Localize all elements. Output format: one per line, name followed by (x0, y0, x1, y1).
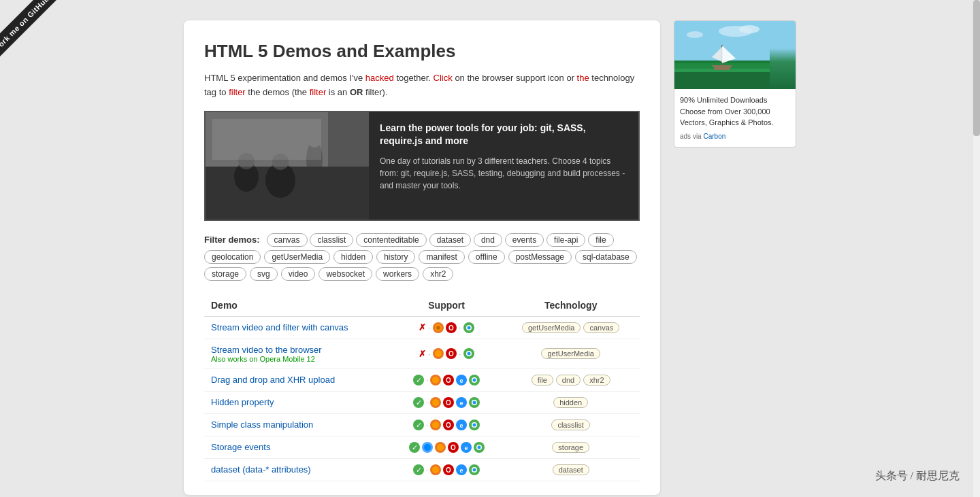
tech-tag-classlist[interactable]: classlist (551, 419, 590, 430)
demo-link-storage-events[interactable]: Storage events (211, 442, 270, 452)
demo-link-drag-drop[interactable]: Drag and drop and XHR upload (211, 375, 335, 385)
dot-icon: · (428, 349, 431, 359)
check-icon: ✓ (413, 464, 424, 475)
svg-point-84 (739, 25, 760, 33)
filter-tag-getusermedia[interactable]: getUserMedia (264, 250, 330, 264)
filter-tag-dataset[interactable]: dataset (429, 233, 471, 247)
tech-tag-hidden[interactable]: hidden (553, 397, 588, 408)
filter-tag-canvas[interactable]: canvas (267, 233, 308, 247)
ie-icon: e (456, 375, 467, 385)
filter-tag-file[interactable]: file (588, 233, 613, 247)
ad-image (206, 112, 369, 220)
filter-tag-svg[interactable]: svg (250, 267, 278, 281)
ad-banner[interactable]: Learn the power tools for your job: git,… (204, 111, 640, 221)
filter-tag-geolocation[interactable]: geolocation (204, 250, 261, 264)
ad-body: One day of tutorials run by 3 different … (380, 155, 627, 192)
tech-tag-getusermedia[interactable]: getUserMedia (522, 322, 581, 333)
chrome-icon (474, 442, 485, 453)
firefox-icon (430, 419, 441, 430)
chrome-icon (469, 464, 480, 475)
sidebar-ad-text: 90% Unlimited Downloads Choose from Over… (674, 89, 796, 147)
sidebar-ad-image (674, 21, 796, 89)
tech-tag-getusermedia[interactable]: getUserMedia (541, 348, 600, 359)
tech-tag-file[interactable]: file (532, 375, 553, 385)
demo-sub-text: Also works on Opera Mobile 12 (211, 355, 385, 363)
filter-tag-xhr2[interactable]: xhr2 (423, 267, 453, 281)
svg-point-12 (436, 326, 440, 330)
ads-via-link[interactable]: Carbon (703, 133, 725, 140)
svg-text:✓: ✓ (415, 466, 421, 474)
table-row: Storage events ✓ O e (204, 436, 640, 458)
svg-text:✓: ✓ (415, 398, 421, 407)
ie-no-icon: ✗ (419, 349, 426, 359)
ie-dot-icon: · (459, 322, 461, 332)
filter-tag-postmessage[interactable]: postMessage (508, 250, 572, 264)
filter-tag-history[interactable]: history (376, 250, 415, 264)
tech-tag-dataset[interactable]: dataset (553, 464, 589, 475)
filter-tag-classlist[interactable]: classlist (310, 233, 353, 247)
filter-tag-manifest[interactable]: manifest (419, 250, 464, 264)
tech-tag-storage[interactable]: storage (552, 442, 589, 453)
demo-cell: Hidden property (204, 391, 391, 413)
demo-link-dataset[interactable]: dataset (data-* attributes) (211, 464, 311, 475)
support-cell: ✗ · O · (391, 339, 502, 369)
svg-point-70 (477, 445, 480, 449)
demo-link-class-manipulation[interactable]: Simple class manipulation (211, 419, 313, 430)
chrome-icon (463, 348, 474, 359)
svg-text:O: O (446, 422, 452, 429)
svg-point-50 (432, 422, 439, 428)
svg-marker-91 (712, 65, 732, 70)
opera-icon: O (443, 375, 454, 385)
firefox-icon (433, 322, 444, 333)
filter-tag-file-api[interactable]: file-api (546, 233, 585, 247)
svg-point-46 (473, 400, 476, 404)
sidebar-ad[interactable]: 90% Unlimited Downloads Choose from Over… (674, 20, 796, 148)
scrollbar-thumb[interactable] (973, 0, 980, 136)
tech-tag-dnd[interactable]: dnd (556, 375, 581, 385)
firefox-icon (430, 375, 441, 385)
tech-cell: dataset (502, 458, 640, 481)
ribbon-label: Fork me on GitHub (0, 0, 56, 58)
filter-tag-hidden[interactable]: hidden (333, 250, 373, 264)
support-cell: ✓ · O e (391, 413, 502, 436)
svg-text:e: e (460, 377, 463, 384)
github-ribbon[interactable]: Fork me on GitHub (0, 0, 68, 68)
check-icon: ✓ (413, 419, 424, 430)
ie-no-icon: ✗ (419, 322, 426, 332)
filter-tag-sql-database[interactable]: sql-database (575, 250, 637, 264)
filter-tag-offline[interactable]: offline (468, 250, 505, 264)
filter-tag-websocket[interactable]: websocket (318, 267, 372, 281)
opera-icon: O (443, 419, 454, 430)
col-technology: Technology (502, 294, 640, 317)
svg-point-81 (473, 468, 476, 471)
svg-text:e: e (460, 467, 463, 474)
table-row: Stream video and filter with canvas ✗ · … (204, 316, 640, 339)
scrollbar[interactable] (972, 0, 980, 497)
tech-tags: getUserMedia (508, 348, 633, 359)
check-icon: ✓ (413, 397, 424, 408)
page-wrapper: HTML 5 Demos and Examples HTML 5 experim… (0, 0, 980, 497)
svg-text:✓: ✓ (415, 421, 421, 429)
ie-icon: e (461, 442, 472, 453)
ad-title: Learn the power tools for your job: git,… (380, 122, 627, 148)
tech-cell: storage (502, 436, 640, 458)
svg-rect-9 (212, 119, 321, 160)
svg-text:e: e (464, 445, 468, 451)
filter-tag-video[interactable]: video (281, 267, 316, 281)
filter-tag-contenteditable[interactable]: contenteditable (356, 233, 426, 247)
demo-link-stream-video-canvas[interactable]: Stream video and filter with canvas (211, 322, 348, 332)
filter-tag-events[interactable]: events (505, 233, 544, 247)
demo-link-stream-video-browser[interactable]: Stream video to the browser (211, 345, 322, 355)
demo-cell: Drag and drop and XHR upload (204, 369, 391, 391)
tech-tag-xhr2[interactable]: xhr2 (583, 375, 610, 385)
sidebar: 90% Unlimited Downloads Choose from Over… (674, 20, 796, 495)
tech-tag-canvas[interactable]: canvas (583, 322, 619, 333)
ad-image-figure (206, 112, 369, 220)
demo-link-hidden[interactable]: Hidden property (211, 397, 274, 407)
filter-tag-storage[interactable]: storage (204, 267, 246, 281)
table-row: Hidden property ✓ · O e (204, 391, 640, 413)
ad-svg (206, 112, 369, 218)
filter-tag-dnd[interactable]: dnd (474, 233, 502, 247)
filter-tag-workers[interactable]: workers (376, 267, 419, 281)
ads-via: ads via Carbon (680, 131, 790, 141)
